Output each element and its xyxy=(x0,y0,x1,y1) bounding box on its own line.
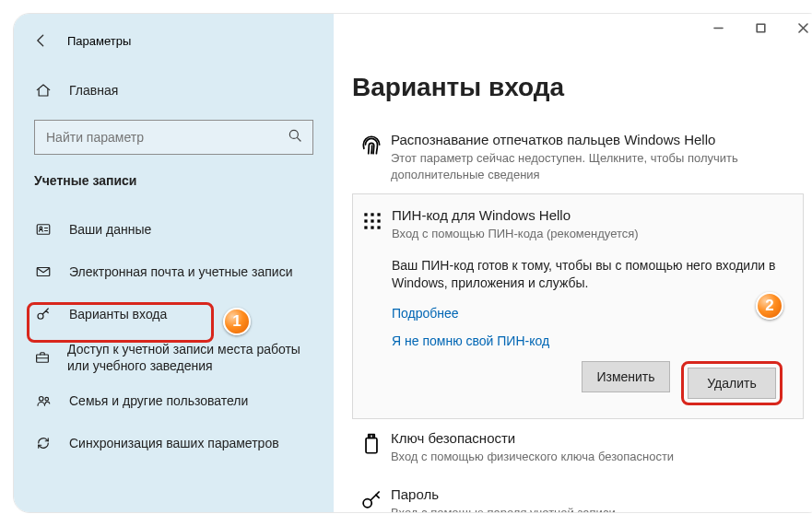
svg-rect-16 xyxy=(371,227,373,229)
option-pin-expanded: ПИН-код для Windows Hello Вход с помощью… xyxy=(352,193,804,419)
sidebar-item-label: Варианты входа xyxy=(69,306,167,322)
option-title: Пароль xyxy=(391,486,806,502)
option-password[interactable]: Пароль Вход с помощью пароля учетной зап… xyxy=(352,475,812,513)
pin-remove-button[interactable]: Удалить xyxy=(688,368,776,399)
svg-rect-10 xyxy=(371,213,373,216)
titlebar: Параметры xyxy=(14,26,334,55)
svg-rect-1 xyxy=(37,225,50,235)
option-pin-header[interactable]: ПИН-код для Windows Hello Вход с помощью… xyxy=(353,207,788,251)
fingerprint-icon xyxy=(352,132,391,182)
annotation-badge-1: 1 xyxy=(223,308,251,335)
minimize-button[interactable] xyxy=(697,14,739,41)
option-subtitle: Вход с помощью физического ключа безопас… xyxy=(391,449,806,465)
pin-change-button[interactable]: Изменить xyxy=(582,361,670,392)
search-box[interactable] xyxy=(34,120,313,155)
svg-rect-12 xyxy=(364,219,367,222)
people-icon xyxy=(34,392,53,409)
window-controls xyxy=(697,14,812,41)
pin-status-message: Ваш ПИН-код готов к тому, чтобы вы с пом… xyxy=(392,257,788,293)
keypad-icon xyxy=(353,207,392,242)
briefcase-icon xyxy=(34,349,51,366)
sidebar-item-email[interactable]: Электронная почта и учетные записи xyxy=(14,251,334,293)
annotation-highlight-2: Удалить xyxy=(681,361,783,405)
pin-forgot-link[interactable]: Я не помню свой ПИН-код xyxy=(392,333,788,348)
svg-rect-8 xyxy=(757,24,765,32)
option-title: ПИН-код для Windows Hello xyxy=(392,207,788,223)
svg-rect-18 xyxy=(366,438,377,452)
content-pane: Варианты входа Распознавание отпечатков … xyxy=(334,14,812,512)
page-title: Варианты входа xyxy=(352,73,812,102)
option-title: Распознавание отпечатков пальцев Windows… xyxy=(391,132,806,147)
option-security-key[interactable]: Ключ безопасности Вход с помощью физичес… xyxy=(352,419,812,476)
id-card-icon xyxy=(34,221,53,238)
sidebar-item-label: Электронная почта и учетные записи xyxy=(69,263,292,280)
svg-point-2 xyxy=(40,227,42,229)
option-title: Ключ безопасности xyxy=(391,430,806,446)
close-button[interactable] xyxy=(782,14,812,41)
home-icon xyxy=(34,82,53,99)
pin-learn-more-link[interactable]: Подробнее xyxy=(392,306,788,321)
maximize-button[interactable] xyxy=(739,14,782,41)
sidebar-item-label: Доступ к учетной записи места работы или… xyxy=(67,341,313,374)
sidebar-section-title: Учетные записи xyxy=(14,173,334,188)
sidebar-item-sync[interactable]: Синхронизация ваших параметров xyxy=(14,422,334,464)
search-input[interactable] xyxy=(46,130,287,145)
back-button[interactable] xyxy=(30,29,53,52)
svg-rect-14 xyxy=(377,219,380,222)
option-subtitle: Этот параметр сейчас недоступен. Щелкнит… xyxy=(391,150,806,182)
svg-rect-11 xyxy=(377,213,380,216)
option-fingerprint[interactable]: Распознавание отпечатков пальцев Windows… xyxy=(352,121,812,193)
svg-rect-17 xyxy=(377,227,380,229)
svg-point-6 xyxy=(40,397,44,402)
svg-point-7 xyxy=(45,398,49,402)
option-subtitle: Вход с помощью ПИН-кода (рекомендуется) xyxy=(392,226,788,242)
sidebar-item-label: Синхронизация ваших параметров xyxy=(69,435,279,451)
app-title: Параметры xyxy=(67,34,131,48)
sidebar: Параметры Главная Учетные записи Ваши да… xyxy=(14,14,334,512)
sync-icon xyxy=(34,435,53,451)
svg-rect-15 xyxy=(364,227,367,229)
key-icon xyxy=(34,306,53,322)
option-subtitle: Вход с помощью пароля учетной записи xyxy=(391,505,806,513)
svg-rect-13 xyxy=(371,219,373,222)
key-icon xyxy=(352,486,391,513)
usb-key-icon xyxy=(352,430,391,465)
sidebar-item-label: Семья и другие пользователи xyxy=(69,392,248,409)
svg-rect-9 xyxy=(364,213,367,216)
nav-home-label: Главная xyxy=(69,83,118,98)
mail-icon xyxy=(34,263,53,280)
search-icon xyxy=(287,127,303,147)
sidebar-item-signin-options[interactable]: Варианты входа xyxy=(14,293,334,335)
annotation-badge-2: 2 xyxy=(756,292,783,320)
sidebar-item-label: Ваши данные xyxy=(69,221,151,238)
sidebar-item-family[interactable]: Семья и другие пользователи xyxy=(14,380,334,422)
sidebar-item-work-access[interactable]: Доступ к учетной записи места работы или… xyxy=(14,335,334,380)
sidebar-item-your-info[interactable]: Ваши данные xyxy=(14,208,334,251)
nav-home[interactable]: Главная xyxy=(14,72,334,109)
svg-point-0 xyxy=(289,130,298,138)
